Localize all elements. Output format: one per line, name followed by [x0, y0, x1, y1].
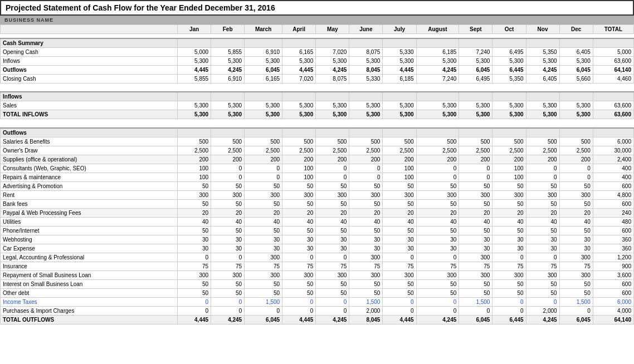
cell: 100	[492, 164, 526, 173]
cell: 5,300	[211, 110, 245, 119]
cell: 5,300	[349, 101, 383, 110]
cell: 50	[316, 279, 349, 288]
cell	[492, 128, 526, 137]
cell: 6,495	[459, 74, 492, 83]
row-label: TOTAL OUTFLOWS	[1, 315, 178, 324]
cell: 300	[383, 190, 416, 199]
cell: 7,020	[282, 74, 316, 83]
cell: 2,500	[526, 146, 559, 155]
cell: 400	[593, 164, 633, 173]
cell: 40	[245, 217, 282, 226]
cell: 0	[282, 306, 316, 315]
cell: 4,445	[282, 65, 316, 74]
row-label: Paypal & Web Processing Fees	[1, 208, 178, 217]
cell: 100	[282, 164, 316, 173]
cell: 300	[459, 253, 492, 262]
row-label: Outflows	[1, 128, 178, 137]
cell: 5,350	[526, 47, 559, 56]
cell: 50	[349, 279, 383, 288]
cell: 500	[245, 137, 282, 146]
cell: 300	[492, 270, 526, 279]
cell: 360	[593, 244, 633, 253]
cell: 5,300	[416, 56, 459, 65]
cell: 50	[349, 199, 383, 208]
cell: 300	[416, 190, 459, 199]
cell: 5,300	[282, 110, 316, 119]
col-header-july: July	[383, 25, 416, 34]
cell: 2,500	[492, 146, 526, 155]
cell: 300	[177, 270, 211, 279]
cell: 240	[593, 208, 633, 217]
cell	[177, 92, 211, 101]
row-label: Sales	[1, 101, 178, 110]
cell: 4,245	[526, 65, 559, 74]
cell: 40	[383, 217, 416, 226]
cell: 50	[245, 199, 282, 208]
cell: 20	[383, 208, 416, 217]
cell: 50	[282, 279, 316, 288]
cell: 30	[459, 244, 492, 253]
cell: 5,330	[383, 47, 416, 56]
cell: 75	[559, 262, 593, 270]
row-label: Phone/Internet	[1, 226, 178, 235]
cell: 500	[526, 137, 559, 146]
cell	[593, 38, 633, 48]
cell: 500	[559, 137, 593, 146]
cell	[245, 92, 282, 101]
cell: 5,300	[316, 101, 349, 110]
cell: 20	[459, 208, 492, 217]
cell	[593, 128, 633, 137]
cell: 50	[526, 288, 559, 297]
col-header-march: March	[245, 25, 282, 34]
cell	[383, 92, 416, 101]
cell: 4,445	[282, 315, 316, 324]
cell: 50	[492, 279, 526, 288]
cell: 4,800	[593, 190, 633, 199]
cell: 0	[177, 253, 211, 262]
cell: 50	[459, 279, 492, 288]
cell: 30	[416, 235, 459, 244]
cell	[316, 92, 349, 101]
cell: 0	[316, 164, 349, 173]
cell: 3,600	[593, 270, 633, 279]
col-header-may: May	[316, 25, 349, 34]
cell: 30	[177, 235, 211, 244]
cell: 2,500	[282, 146, 316, 155]
cell: 0	[559, 306, 593, 315]
cell: 6,000	[593, 137, 633, 146]
cell	[245, 128, 282, 137]
cell: 50	[492, 288, 526, 297]
cell: 600	[593, 181, 633, 190]
cell: 30	[416, 244, 459, 253]
cell: 2,500	[459, 146, 492, 155]
cell: 200	[316, 155, 349, 164]
cell: 50	[282, 288, 316, 297]
cell: 500	[459, 137, 492, 146]
cell: 0	[416, 297, 459, 306]
cell: 7,240	[459, 47, 492, 56]
cell	[316, 38, 349, 48]
cell: 6,405	[526, 74, 559, 83]
cell: 300	[526, 190, 559, 199]
cell: 4,245	[416, 65, 459, 74]
page-title: Projected Statement of Cash Flow for the…	[0, 0, 634, 16]
cell	[459, 38, 492, 48]
cell: 2,500	[316, 146, 349, 155]
cell: 6,165	[245, 74, 282, 83]
cell: 6,045	[559, 65, 593, 74]
cell: 2,400	[593, 155, 633, 164]
cell: 40	[492, 217, 526, 226]
cell: 300	[349, 270, 383, 279]
cell: 0	[282, 253, 316, 262]
cell: 5,300	[416, 110, 459, 119]
cell: 5,000	[593, 47, 633, 56]
cell: 50	[526, 279, 559, 288]
cell: 50	[282, 181, 316, 190]
cell: 40	[559, 217, 593, 226]
cell: 0	[492, 253, 526, 262]
row-label: Opening Cash	[1, 47, 178, 56]
row-label: Advertising & Promotion	[1, 181, 178, 190]
cell: 40	[282, 217, 316, 226]
cell: 300	[211, 270, 245, 279]
cell: 8,075	[316, 74, 349, 83]
